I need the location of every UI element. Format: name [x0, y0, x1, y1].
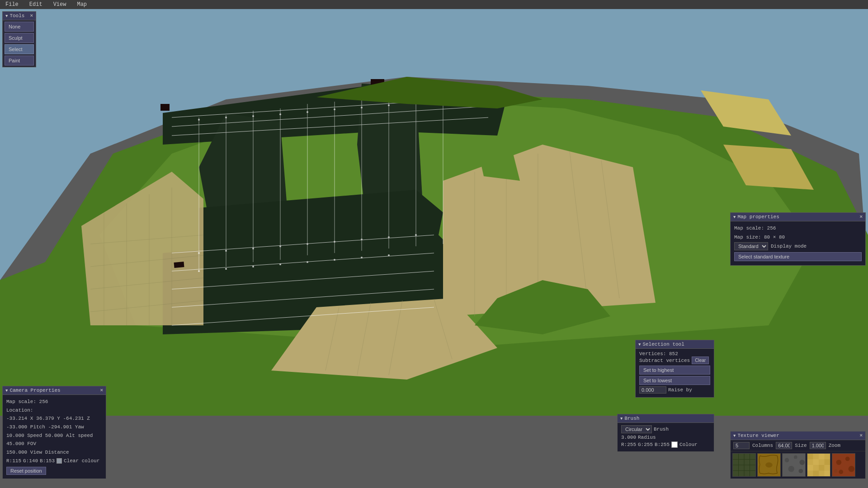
svg-point-95: [800, 460, 805, 465]
svg-point-70: [361, 107, 363, 108]
texture-panel-header: ▼Texture viewer ×: [731, 432, 865, 440]
svg-rect-100: [813, 460, 819, 465]
texture-panel-close[interactable]: ×: [859, 433, 863, 438]
display-mode-select[interactable]: Standard: [734, 242, 768, 250]
texture-thumb-3[interactable]: [807, 453, 830, 477]
svg-point-71: [388, 104, 390, 106]
svg-point-61: [334, 259, 335, 261]
size-input[interactable]: [776, 442, 792, 449]
svg-point-97: [799, 469, 803, 474]
brush-b: B:255: [655, 442, 670, 447]
camera-panel: ▼Camera Properties × Map scale: 256 Loca…: [2, 386, 106, 479]
camera-panel-close[interactable]: ×: [100, 388, 103, 393]
columns-input[interactable]: [733, 442, 750, 449]
svg-point-66: [252, 115, 254, 117]
svg-point-64: [198, 119, 200, 121]
tool-paint-button[interactable]: Paint: [5, 56, 34, 66]
svg-point-59: [279, 263, 281, 265]
brush-panel-header: ▼Brush: [618, 414, 714, 423]
brush-panel-title: ▼Brush: [620, 416, 639, 421]
clear-button[interactable]: Clear: [692, 357, 709, 364]
tools-panel-close[interactable]: ×: [30, 13, 33, 19]
reset-position-button[interactable]: Reset position: [6, 467, 46, 475]
raise-input[interactable]: [639, 386, 666, 394]
brush-shape-select[interactable]: Circular: [621, 425, 652, 433]
camera-xyz: -33.214 X 36.379 Y -64.231 Z: [6, 414, 102, 423]
map-panel: ▼Map properties × Map scale: 256 Map siz…: [730, 212, 866, 266]
raise-label: Raise by: [668, 387, 692, 393]
svg-point-57: [225, 268, 227, 270]
svg-point-50: [279, 245, 281, 247]
svg-rect-104: [813, 471, 819, 477]
zoom-label: Zoom: [829, 443, 840, 448]
menu-map[interactable]: Map: [75, 0, 89, 9]
camera-panel-header: ▼Camera Properties ×: [3, 386, 106, 395]
selection-content: Vertices: 852 Subtract vertices Clear Se…: [636, 349, 714, 397]
brush-radius-label: Radius: [638, 435, 656, 440]
brush-g: G:255: [638, 442, 653, 447]
set-highest-button[interactable]: Set to highest: [639, 366, 710, 375]
tool-sculpt-button[interactable]: Sculpt: [5, 33, 34, 43]
brush-shape-row: Circular Brush: [621, 425, 710, 433]
svg-point-112: [834, 469, 838, 473]
svg-point-110: [849, 466, 854, 472]
tools-panel-header: ▼Tools ×: [3, 12, 36, 20]
texture-thumb-0[interactable]: [732, 453, 756, 477]
brush-color-row: R:255 G:255 B:255 Colour: [621, 441, 710, 448]
svg-point-108: [836, 460, 842, 465]
color-swatch: [57, 458, 62, 464]
camera-fov: 45.000 FOV: [6, 440, 102, 448]
camera-content: Map scale: 256 Location: -33.214 X 36.37…: [3, 395, 106, 479]
svg-point-93: [785, 458, 789, 463]
svg-rect-107: [832, 454, 855, 476]
tool-select-button[interactable]: Select: [5, 44, 34, 54]
svg-point-94: [794, 455, 797, 459]
texture-grid: [731, 451, 865, 479]
svg-point-48: [225, 250, 227, 252]
tools-panel: ▼Tools × None Sculpt Select Paint: [2, 11, 36, 67]
camera-location-label: Location:: [6, 406, 102, 415]
svg-point-62: [361, 257, 363, 258]
svg-rect-76: [174, 262, 184, 268]
size-label: Size: [795, 443, 807, 448]
brush-panel: ▼Brush Circular Brush 3.000 Radius R:255…: [617, 414, 714, 452]
svg-point-65: [225, 117, 227, 118]
menu-file[interactable]: File: [4, 0, 20, 9]
map-panel-title: ▼Map properties: [733, 214, 779, 220]
svg-point-53: [361, 239, 363, 240]
svg-point-55: [415, 234, 417, 236]
zoom-input[interactable]: [810, 442, 826, 449]
select-texture-button[interactable]: Select standard texture: [734, 252, 862, 261]
selection-panel: ▼Selection tool Vertices: 852 Subtract v…: [635, 340, 714, 398]
set-lowest-button[interactable]: Set to lowest: [639, 376, 710, 385]
svg-point-68: [307, 111, 308, 113]
menu-edit[interactable]: Edit: [28, 0, 44, 9]
svg-rect-103: [807, 465, 813, 471]
svg-point-49: [252, 248, 254, 249]
brush-content: Circular Brush 3.000 Radius R:255 G:255 …: [618, 423, 714, 451]
svg-point-67: [279, 113, 281, 115]
map-size: Map size: 80 × 80: [734, 233, 862, 242]
texture-thumb-1[interactable]: [757, 453, 781, 477]
svg-point-52: [334, 241, 335, 243]
texture-thumb-2[interactable]: [782, 453, 806, 477]
camera-pitch-yaw: -33.000 Pitch -294.901 Yaw: [6, 423, 102, 432]
map-panel-close[interactable]: ×: [859, 214, 863, 220]
svg-point-54: [388, 236, 390, 238]
texture-thumb-4[interactable]: [832, 453, 855, 477]
subtract-row: Subtract vertices Clear: [639, 357, 710, 364]
camera-panel-title: ▼Camera Properties: [5, 388, 61, 393]
texture-controls: Columns Size Zoom: [731, 440, 865, 451]
display-mode-row: Standard Display mode: [734, 242, 862, 251]
vertices-count: Vertices: 852: [639, 351, 710, 357]
svg-rect-75: [160, 104, 170, 111]
tool-none-button[interactable]: None: [5, 22, 34, 32]
svg-point-69: [334, 108, 335, 110]
svg-point-58: [252, 266, 254, 267]
menu-view[interactable]: View: [52, 0, 68, 9]
svg-point-96: [788, 466, 794, 472]
svg-rect-105: [819, 465, 825, 471]
columns-label: Columns: [752, 443, 773, 448]
camera-speed: 10.000 Speed 50.000 Alt speed: [6, 432, 102, 440]
map-panel-header: ▼Map properties ×: [731, 213, 865, 221]
